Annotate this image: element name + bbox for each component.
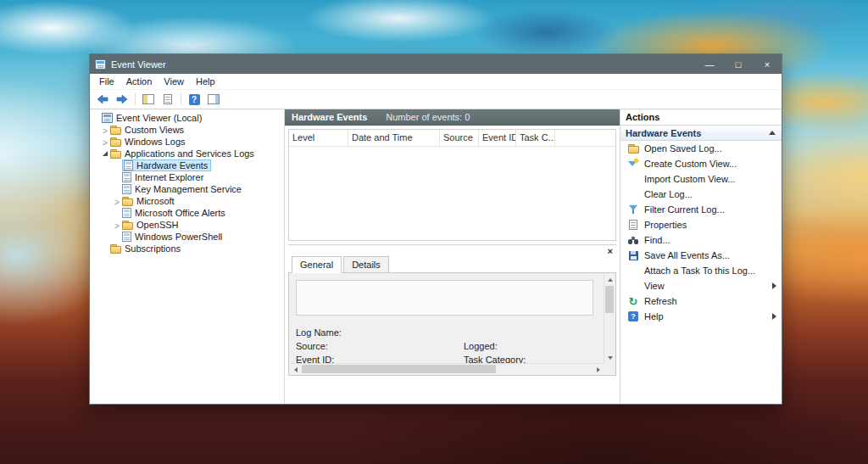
menu-view[interactable]: View (158, 75, 190, 88)
tree-item-label: Event Viewer (Local) (116, 113, 202, 123)
action-pane-icon (208, 94, 220, 104)
actions-group-header[interactable]: Hardware Events (620, 126, 782, 141)
tree-item-internet-explorer[interactable]: Internet Explorer (90, 171, 284, 183)
field-source: Source: (296, 341, 464, 351)
action-view[interactable]: View (620, 278, 782, 293)
collapse-arrow-icon[interactable] (769, 131, 776, 135)
tree-item-windows-logs[interactable]: Windows Logs (90, 136, 284, 148)
action-label: Clear Log... (644, 189, 693, 199)
tree-item-openssh[interactable]: OpenSSH (90, 219, 284, 231)
action-label: Filter Current Log... (644, 204, 725, 215)
tree-item-label: Hardware Events (136, 160, 208, 171)
scroll-up-arrow-icon[interactable] (604, 274, 615, 285)
tree-item-custom-views[interactable]: Custom Views (90, 124, 284, 136)
event-count: Number of events: 0 (386, 112, 470, 122)
selected-item-highlight: Hardware Events (122, 159, 211, 171)
menu-file[interactable]: File (93, 75, 120, 88)
submenu-arrow-icon (772, 313, 776, 320)
tree-item-event-viewer-local[interactable]: Event Viewer (Local) (90, 112, 284, 124)
scroll-down-arrow-icon[interactable] (604, 352, 615, 363)
preview-close-icon[interactable]: × (608, 245, 613, 257)
tab-general[interactable]: General (292, 256, 342, 273)
actions-pane-title: Actions (620, 109, 782, 126)
action-label: Refresh (644, 296, 677, 306)
results-title: Hardware Events (292, 112, 367, 122)
menubar: File Action View Help (90, 74, 782, 90)
field-logged: Logged: (464, 341, 498, 351)
action-save-all-events-as[interactable]: Save All Events As... (620, 248, 782, 263)
tree-item-label: Subscriptions (125, 243, 181, 254)
preview-vertical-scrollbar[interactable] (604, 274, 615, 363)
toolbar-separator (135, 93, 136, 105)
tab-details[interactable]: Details (343, 256, 389, 273)
action-import-custom-view[interactable]: Import Custom View... (620, 171, 782, 187)
action-label: Attach a Task To this Log... (644, 266, 755, 276)
maximize-button[interactable]: □ (724, 54, 753, 74)
chevron-right-icon[interactable] (112, 197, 122, 206)
tree-item-microsoft[interactable]: Microsoft (90, 195, 284, 207)
action-filter-current-log[interactable]: Filter Current Log... (620, 202, 782, 217)
scroll-right-arrow-icon[interactable] (593, 364, 604, 375)
action-refresh[interactable]: Refresh (620, 293, 782, 309)
column-date-time[interactable]: Date and Time (348, 130, 440, 146)
chevron-right-icon[interactable] (100, 137, 110, 147)
tree-item-label: Windows PowerShell (135, 232, 222, 242)
action-properties[interactable]: Properties (620, 217, 782, 232)
action-label: Open Saved Log... (644, 143, 722, 154)
tree-item-label: Windows Logs (125, 137, 186, 147)
preview-horizontal-scrollbar[interactable] (290, 363, 604, 374)
chevron-right-icon[interactable] (100, 126, 110, 135)
action-clear-log[interactable]: Clear Log... (620, 187, 782, 202)
toolbar-action-pane-button[interactable] (204, 91, 223, 108)
column-level[interactable]: Level (289, 130, 348, 146)
folder-icon (110, 149, 121, 159)
action-attach-task[interactable]: Attach a Task To this Log... (620, 263, 782, 278)
folder-icon (110, 126, 121, 135)
menu-action[interactable]: Action (120, 75, 159, 88)
column-event-id[interactable]: Event ID (479, 130, 516, 146)
tree-item-label: Key Management Service (135, 184, 242, 194)
event-log-icon (122, 208, 131, 218)
horizontal-scrollbar-thumb[interactable] (302, 365, 496, 373)
menu-help[interactable]: Help (190, 75, 221, 88)
vertical-scrollbar-thumb[interactable] (605, 286, 614, 313)
scroll-left-arrow-icon[interactable] (290, 364, 301, 375)
toolbar-console-tree-button[interactable] (139, 91, 158, 108)
window-content: Event Viewer (Local) Custom Views Window… (90, 109, 782, 404)
toolbar-separator (181, 93, 181, 105)
tree-item-key-management-service[interactable]: Key Management Service (90, 183, 284, 195)
column-task-category[interactable]: Task C... (516, 130, 555, 146)
action-find[interactable]: Find... (620, 232, 782, 248)
action-label: Create Custom View... (644, 159, 737, 169)
tree-item-applications-services-logs[interactable]: Applications and Services Logs (90, 148, 284, 159)
tree-item-label: Applications and Services Logs (125, 148, 254, 159)
open-folder-icon (628, 144, 639, 154)
console-tree-icon (142, 94, 154, 104)
action-create-custom-view[interactable]: Create Custom View... (620, 156, 782, 171)
minimize-button[interactable]: — (695, 54, 724, 74)
action-help[interactable]: Help (620, 309, 782, 324)
action-open-saved-log[interactable]: Open Saved Log... (620, 141, 782, 156)
toolbar-forward-button[interactable] (113, 91, 131, 108)
tree-item-windows-powershell[interactable]: Windows PowerShell (90, 231, 284, 243)
toolbar-help-button[interactable] (185, 91, 203, 108)
chevron-right-icon[interactable] (112, 221, 122, 230)
titlebar[interactable]: Event Viewer — □ × (90, 54, 782, 74)
actions-pane: Actions Hardware Events Open Saved Log..… (620, 109, 782, 404)
tree-item-microsoft-office-alerts[interactable]: Microsoft Office Alerts (90, 207, 284, 219)
toolbar-properties-button[interactable] (159, 91, 177, 108)
toolbar (90, 90, 782, 109)
column-source[interactable]: Source (440, 130, 479, 146)
tree-item-hardware-events[interactable]: Hardware Events (90, 159, 284, 171)
preview-pane: × General Details Log Name: Source: Logg… (288, 244, 616, 376)
actions-group-label: Hardware Events (626, 128, 701, 138)
close-button[interactable]: × (753, 54, 782, 74)
folder-icon (122, 197, 133, 206)
tree-item-subscriptions[interactable]: Subscriptions (90, 243, 284, 254)
chevron-expanded-icon[interactable] (100, 151, 110, 156)
toolbar-back-button[interactable] (93, 91, 112, 108)
create-view-funnel-icon (628, 159, 638, 169)
event-description-box (296, 280, 593, 316)
window-title: Event Viewer (111, 59, 695, 70)
event-log-icon (124, 160, 133, 171)
